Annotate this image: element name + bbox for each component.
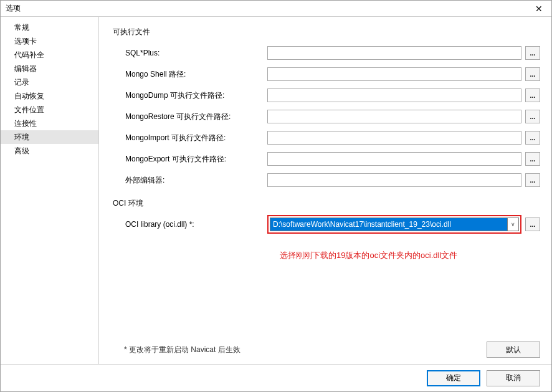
footer: 确定 取消 [1, 364, 551, 391]
browse-mongorestore[interactable]: ... [525, 110, 540, 123]
input-mongoimport[interactable] [267, 131, 521, 145]
annotation-highlight-box: D:\softwareWork\Navicat17\instantclient_… [267, 215, 521, 234]
sidebar: 常规 选项卡 代码补全 编辑器 记录 自动恢复 文件位置 连接性 环境 高级 [1, 17, 99, 364]
label-sqlplus: SQL*Plus: [113, 49, 267, 57]
footnote: * 更改将于重新启动 Navicat 后生效 [124, 345, 240, 355]
input-mongoshell[interactable] [267, 67, 521, 81]
label-mongoimport: MongoImport 可执行文件路径: [113, 133, 267, 143]
combo-oci-value: D:\softwareWork\Navicat17\instantclient_… [270, 218, 507, 231]
sidebar-item-tabs[interactable]: 选项卡 [1, 34, 98, 48]
close-icon: ✕ [535, 4, 543, 14]
input-sqlplus[interactable] [267, 46, 521, 60]
cancel-button[interactable]: 取消 [487, 370, 540, 386]
row-mongoshell: Mongo Shell 路径: ... [113, 67, 540, 81]
browse-mongodump[interactable]: ... [525, 88, 540, 102]
browse-oci[interactable]: ... [525, 218, 540, 231]
section-title-exec: 可执行文件 [113, 27, 540, 37]
sidebar-item-completion[interactable]: 代码补全 [1, 48, 98, 62]
row-mongodump: MongoDump 可执行文件路径: ... [113, 88, 540, 102]
close-button[interactable]: ✕ [526, 1, 551, 16]
row-externaleditor: 外部编辑器: ... [113, 173, 540, 187]
label-mongorestore: MongoRestore 可执行文件路径: [113, 112, 267, 122]
sidebar-item-general[interactable]: 常规 [1, 21, 98, 34]
label-oci: OCI library (oci.dll) *: [113, 220, 267, 229]
section-title-oci: OCI 环境 [113, 198, 540, 209]
label-mongodump: MongoDump 可执行文件路径: [113, 90, 267, 101]
label-externaleditor: 外部编辑器: [113, 175, 267, 186]
sidebar-item-advanced[interactable]: 高级 [1, 144, 98, 158]
sidebar-item-editor[interactable]: 编辑器 [1, 62, 98, 75]
browse-mongoimport[interactable]: ... [525, 131, 540, 145]
browse-mongoexport[interactable]: ... [525, 152, 540, 166]
row-oci: OCI library (oci.dll) *: D:\softwareWork… [113, 218, 540, 231]
default-button[interactable]: 默认 [487, 342, 540, 358]
body: 常规 选项卡 代码补全 编辑器 记录 自动恢复 文件位置 连接性 环境 高级 可… [1, 17, 551, 364]
input-externaleditor[interactable] [267, 173, 521, 187]
main-panel: 可执行文件 SQL*Plus: ... Mongo Shell 路径: ... … [99, 17, 551, 364]
sidebar-item-records[interactable]: 记录 [1, 75, 98, 89]
sidebar-item-filelocations[interactable]: 文件位置 [1, 103, 98, 117]
row-sqlplus: SQL*Plus: ... [113, 46, 540, 60]
row-mongoimport: MongoImport 可执行文件路径: ... [113, 131, 540, 145]
row-mongorestore: MongoRestore 可执行文件路径: ... [113, 110, 540, 123]
browse-mongoshell[interactable]: ... [525, 67, 540, 81]
combo-oci[interactable]: D:\softwareWork\Navicat17\instantclient_… [270, 218, 519, 231]
browse-externaleditor[interactable]: ... [525, 173, 540, 187]
window-title: 选项 [6, 3, 21, 14]
sidebar-item-environment[interactable]: 环境 [1, 130, 98, 144]
browse-sqlplus[interactable]: ... [525, 46, 540, 60]
chevron-down-icon[interactable]: ∨ [507, 218, 518, 231]
titlebar: 选项 ✕ [1, 1, 551, 17]
sidebar-item-autorecovery[interactable]: 自动恢复 [1, 89, 98, 103]
input-mongorestore[interactable] [267, 110, 521, 123]
ok-button[interactable]: 确定 [427, 370, 480, 386]
row-mongoexport: MongoExport 可执行文件路径: ... [113, 152, 540, 166]
options-window: 选项 ✕ 常规 选项卡 代码补全 编辑器 记录 自动恢复 文件位置 连接性 环境… [0, 0, 552, 392]
label-mongoexport: MongoExport 可执行文件路径: [113, 154, 267, 165]
annotation-text: 选择刚刚下载的19版本的oci文件夹内的oci.dll文件 [280, 250, 540, 261]
sidebar-item-connectivity[interactable]: 连接性 [1, 117, 98, 130]
label-mongoshell: Mongo Shell 路径: [113, 69, 267, 80]
input-mongodump[interactable] [267, 88, 521, 102]
input-mongoexport[interactable] [267, 152, 521, 166]
